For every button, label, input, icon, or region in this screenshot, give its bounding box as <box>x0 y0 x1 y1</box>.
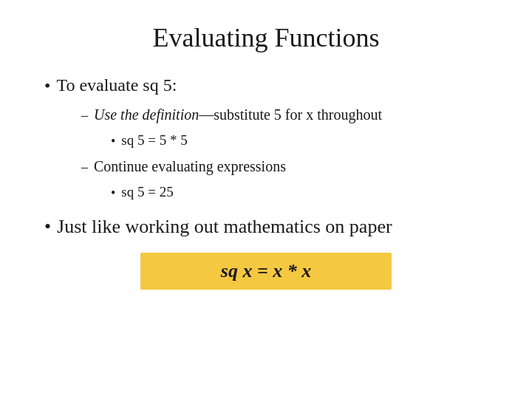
dash-2: – Continue evaluating expressions <box>81 158 488 175</box>
highlight-box: sq x = x * x <box>140 253 392 290</box>
bullet-1-marker: • <box>44 76 50 96</box>
sub-bullet-1: • sq 5 = 5 * 5 <box>111 132 488 149</box>
dash-2-marker: – <box>81 160 88 175</box>
dash-1-text: Use the definition—substitute 5 for x th… <box>94 106 382 123</box>
sub-bullet-2-marker: • <box>111 185 115 201</box>
dash-1-italic: Use the definition <box>94 106 199 123</box>
slide: Evaluating Functions • To evaluate sq 5:… <box>0 0 532 399</box>
bullet-1-text: To evaluate sq 5: <box>56 75 177 95</box>
sub-bullet-1-marker: • <box>111 134 115 149</box>
dash-1: – Use the definition—substitute 5 for x … <box>81 106 488 123</box>
slide-content: • To evaluate sq 5: – Use the definition… <box>44 75 488 377</box>
dash-2-text: Continue evaluating expressions <box>94 158 286 175</box>
bullet-1: • To evaluate sq 5: <box>44 75 488 96</box>
highlight-text: sq x = x * x <box>221 260 311 282</box>
sub-bullet-2: • sq 5 = 25 <box>111 184 488 201</box>
dash-1-marker: – <box>81 108 88 123</box>
bullet-2-text: Just like working out mathematics on pap… <box>57 216 392 238</box>
slide-title: Evaluating Functions <box>44 22 488 53</box>
dash-1-normal: —substitute 5 for x throughout <box>199 106 382 123</box>
bullet-2: • Just like working out mathematics on p… <box>44 216 488 238</box>
bullet-2-marker: • <box>44 216 51 238</box>
sub-bullet-1-text: sq 5 = 5 * 5 <box>121 132 187 149</box>
sub-bullet-2-text: sq 5 = 25 <box>121 184 173 200</box>
